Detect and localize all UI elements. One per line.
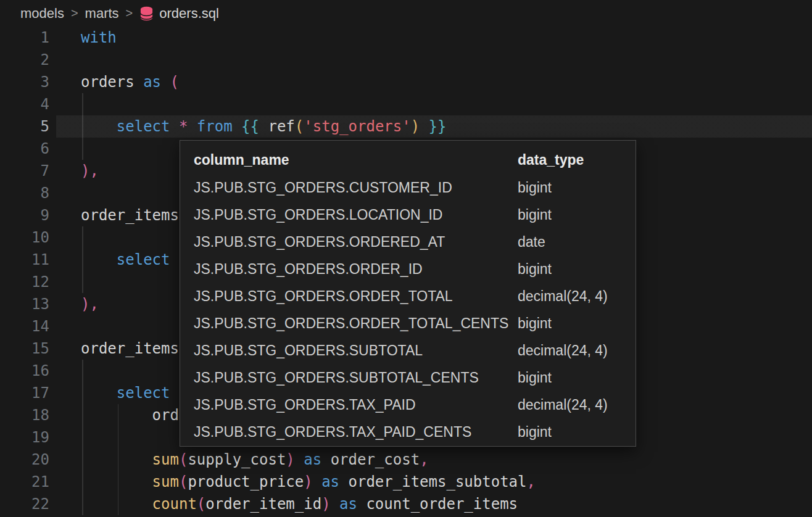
column-name-cell: JS.PUB.STG_ORDERS.ORDERED_AT [194,234,518,250]
code-token: 'stg_orders' [304,118,410,135]
code-line[interactable]: 21 sum(product_price) as order_items_sub… [0,471,812,493]
indent-guide [82,493,83,515]
line-number: 16 [0,360,49,382]
code-line[interactable]: 20 sum(supply_cost) as order_cost, [0,449,812,471]
code-token [331,495,339,513]
code-token [81,251,117,268]
column-row: JS.PUB.STG_ORDERS.SUBTOTALdecimal(24, 4) [194,337,622,364]
indent-guide [82,449,83,471]
code-token: ord [81,407,179,424]
code-token: ) [286,451,294,468]
line-number: 3 [0,71,49,93]
breadcrumb-separator: > [71,6,78,20]
column-row: JS.PUB.STG_ORDERS.TAX_PAIDdecimal(24, 4) [194,391,622,418]
code-line[interactable]: 4 [0,93,812,115]
data-type-cell: bigint [518,207,622,223]
line-number: 5 [0,115,49,138]
code-token [81,384,117,402]
column-name-cell: JS.PUB.STG_ORDERS.TAX_PAID [194,397,518,413]
code-token: order_cost [331,451,420,468]
code-text: ord [81,407,179,424]
indent-guide [82,249,83,271]
code-token: , [420,451,428,468]
code-token: ) [304,473,312,490]
dbt-ide-editor: models > marts > orders.sql 1with23order… [0,0,812,517]
code-token: * [179,118,188,135]
code-token: order_item_id [205,495,321,513]
code-text: with [81,29,117,46]
code-token: from [197,118,233,135]
code-line[interactable]: 3orders as ( [0,71,812,93]
code-token [420,118,428,135]
code-token: supply_cost [188,451,286,468]
breadcrumb-separator: > [126,6,133,20]
line-number: 4 [0,93,49,115]
code-text: orders as ( [81,73,179,91]
code-text: ), [81,296,99,313]
column-row: JS.PUB.STG_ORDERS.SUBTOTAL_CENTSbigint [194,364,622,391]
popup-header-row: column_name data_type [194,146,622,174]
data-type-cell: bigint [518,370,622,386]
line-number: 18 [0,404,49,426]
code-token: ) [321,495,330,513]
column-row: JS.PUB.STG_ORDERS.ORDER_IDbigint [194,255,622,283]
code-token: count_order_items [366,495,518,513]
database-icon [139,6,154,22]
code-token: select [117,251,170,268]
line-number: 17 [0,382,49,404]
code-token [295,451,304,468]
line-number: 13 [0,293,49,315]
data-type-cell: bigint [518,180,622,196]
column-row: JS.PUB.STG_ORDERS.ORDERED_ATdate [194,228,622,255]
code-token: }} [429,118,447,135]
data-type-cell: decimal(24, 4) [518,342,622,359]
indent-guide [82,471,83,493]
indent-guide [118,449,119,471]
code-line[interactable]: 5 select * from {{ ref('stg_orders') }} [0,115,812,138]
code-token: ref [268,118,294,135]
code-token: {{ [241,118,259,135]
line-number: 6 [0,138,49,160]
indent-guide [82,93,83,115]
line-number: 1 [0,27,49,49]
code-line[interactable]: 1with [0,27,812,49]
code-text: ), [81,162,99,180]
breadcrumb-item-file[interactable]: orders.sql [159,6,219,22]
code-token: sum [152,451,179,468]
line-number: 19 [0,426,49,449]
code-text: order_items [81,207,179,224]
line-number: 14 [0,315,49,337]
line-number: 2 [0,49,49,71]
line-number: 11 [0,249,49,271]
line-number: 9 [0,204,49,226]
column-name-cell: JS.PUB.STG_ORDERS.SUBTOTAL_CENTS [194,370,518,386]
line-number: 8 [0,182,49,204]
code-text: select [81,251,170,268]
code-line[interactable]: 22 count(order_item_id) as count_order_i… [0,493,812,515]
line-number: 7 [0,160,49,182]
code-token: orders [81,73,143,91]
indent-guide [82,426,83,449]
code-token: as [339,495,357,513]
breadcrumb-item-models[interactable]: models [20,6,64,22]
code-token: order_items_subtotal [349,473,527,490]
code-line[interactable]: 2 [0,49,812,71]
code-token [170,118,179,135]
code-token [81,495,152,513]
code-token: count [152,495,197,513]
column-row: JS.PUB.STG_ORDERS.LOCATION_IDbigint [194,201,622,228]
breadcrumb-item-marts[interactable]: marts [85,6,119,22]
code-token: , [527,473,536,490]
data-type-cell: bigint [518,315,622,332]
indent-guide [118,471,119,493]
column-info-popup: column_name data_type JS.PUB.STG_ORDERS.… [180,140,636,447]
indent-guide [82,115,83,138]
indent-guide [82,226,83,249]
code-text: select [81,384,170,402]
column-row: JS.PUB.STG_ORDERS.ORDER_TOTALdecimal(24,… [194,283,622,310]
code-token [161,73,170,91]
column-row: JS.PUB.STG_ORDERS.ORDER_TOTAL_CENTSbigin… [194,310,622,337]
line-number: 20 [0,449,49,471]
code-token: as [143,73,161,91]
line-number: 12 [0,271,49,293]
